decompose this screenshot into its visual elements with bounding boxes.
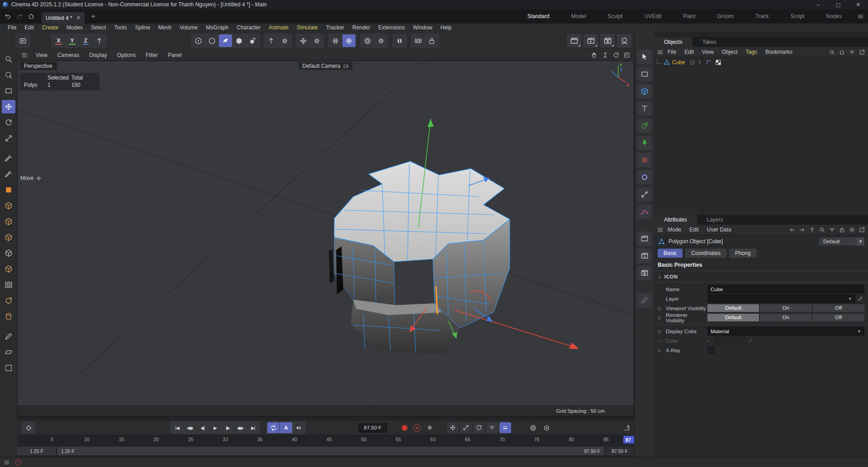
objects-menu-tags[interactable]: Tags: [742, 49, 761, 55]
viewport-menu-icon[interactable]: [21, 52, 31, 59]
move-tool[interactable]: [2, 100, 15, 113]
cube-outline-tool[interactable]: [2, 246, 15, 260]
rectangle-selection-tool[interactable]: [2, 84, 15, 98]
xray-checkbox[interactable]: [707, 347, 714, 354]
viewport-dolly-icon[interactable]: [602, 52, 609, 59]
export-icon[interactable]: [859, 48, 865, 55]
timeline-maximize-icon[interactable]: [623, 424, 631, 432]
fwd-icon[interactable]: [799, 226, 806, 233]
console-button[interactable]: [16, 34, 29, 47]
objects-menu-edit[interactable]: Edit: [680, 49, 698, 55]
editable-state-icon[interactable]: [689, 59, 696, 66]
attributes-menu-user-data[interactable]: User Data: [703, 226, 735, 233]
menu-volume[interactable]: Volume: [175, 24, 202, 32]
home-icon[interactable]: [839, 48, 845, 55]
redo-icon[interactable]: [14, 11, 25, 22]
viewport-menu-view[interactable]: View: [31, 52, 52, 58]
play-sound-button[interactable]: [293, 422, 305, 433]
menu-create[interactable]: Create: [38, 24, 62, 32]
viewport-visibility-off-button[interactable]: Off: [813, 304, 864, 312]
layer-picker-icon[interactable]: [856, 296, 864, 302]
layout-tab-sculpt[interactable]: Sculpt: [597, 9, 633, 24]
object-tree-row-cube[interactable]: Cube: [654, 57, 868, 67]
record-pla-button[interactable]: [499, 422, 511, 433]
renderer-visibility-default-button[interactable]: Default: [707, 314, 759, 321]
viewport-canvas[interactable]: Perspective Default Camera SelectedTotal…: [17, 61, 634, 406]
viewport-menu-panel[interactable]: Panel: [163, 52, 187, 58]
export-icon[interactable]: [859, 226, 865, 233]
object-name-label[interactable]: Cube: [672, 59, 685, 66]
camera-toggle-icon[interactable]: [343, 63, 349, 69]
renderer-visibility-on-button[interactable]: On: [760, 314, 811, 321]
range-scrollbar[interactable]: 1.25 F 87.50 F: [57, 447, 604, 455]
up-icon[interactable]: [809, 226, 816, 233]
menu-character[interactable]: Character: [232, 24, 265, 32]
points-mode-button[interactable]: [192, 34, 205, 47]
cycle-playback-button[interactable]: [267, 422, 280, 433]
cube-primitive-tool-2[interactable]: [2, 215, 15, 228]
layout-tab-nodes[interactable]: Nodes: [815, 9, 853, 24]
uvw-tag-icon[interactable]: [715, 59, 722, 66]
render-active-view-button[interactable]: [583, 34, 598, 47]
viewport-menu-options[interactable]: Options: [112, 52, 141, 58]
name-input[interactable]: [707, 285, 864, 293]
tab-layers[interactable]: Layers: [697, 215, 733, 225]
objects-menu-file[interactable]: File: [664, 49, 680, 55]
keyframe-selection-button[interactable]: [541, 422, 552, 433]
rectangle-object[interactable]: [637, 67, 652, 81]
menu-extensions[interactable]: Extensions: [374, 24, 409, 32]
layer-field[interactable]: ▼: [707, 294, 855, 303]
color-picker-icon[interactable]: [746, 338, 754, 344]
new-tab-button[interactable]: [90, 13, 96, 20]
snapping-button[interactable]: [342, 34, 356, 47]
dashed-box-tool[interactable]: [2, 361, 15, 375]
edge-mode-button[interactable]: [205, 34, 218, 47]
viewport-hand-icon[interactable]: [591, 52, 598, 59]
lock-x-axis-button[interactable]: X: [52, 34, 65, 47]
menu-window[interactable]: Window: [409, 24, 436, 32]
record-keyframe-button[interactable]: [399, 422, 410, 433]
keyframe-marker-button[interactable]: [22, 422, 35, 434]
goto-end-button[interactable]: ▶|: [247, 422, 259, 433]
render-settings-button[interactable]: [600, 34, 615, 47]
menu-mograph[interactable]: MoGraph: [202, 24, 232, 32]
color-expander-icon[interactable]: ›: [707, 338, 714, 344]
layout-tab-uvedit[interactable]: UVEdit: [634, 9, 672, 24]
layout-tab-script[interactable]: Script: [780, 9, 816, 24]
attributes-menu-icon[interactable]: [657, 226, 664, 233]
pen-modeling-tool[interactable]: [2, 167, 15, 181]
cube-pin-tool[interactable]: [2, 294, 15, 307]
lock-icon[interactable]: [839, 226, 845, 233]
visibility-dots-icon[interactable]: [697, 59, 703, 66]
scene-object[interactable]: [329, 161, 510, 354]
camera-film-button[interactable]: [637, 249, 652, 263]
rotate-tool[interactable]: [2, 116, 15, 129]
viewport-menu-filter[interactable]: Filter: [141, 52, 163, 58]
menu-modes[interactable]: Modes: [62, 24, 87, 32]
quantize-button[interactable]: [361, 34, 374, 47]
attributes-menu-edit[interactable]: Edit: [685, 226, 703, 233]
status-menu-icon[interactable]: [4, 459, 10, 466]
attributes-menu-mode[interactable]: Mode: [664, 226, 685, 233]
menu-render[interactable]: Render: [348, 24, 374, 32]
range-start-field[interactable]: 1.25 F: [17, 447, 56, 455]
quantize-options-button[interactable]: [375, 34, 388, 47]
viewport-menu-cameras[interactable]: Cameras: [52, 52, 85, 58]
previous-frame-button[interactable]: ◀|: [196, 422, 209, 433]
axis-object-button[interactable]: [637, 187, 652, 202]
menu-simulate[interactable]: Simulate: [293, 24, 322, 32]
chip-basic[interactable]: Basic: [658, 249, 683, 258]
record-position-button[interactable]: [447, 422, 459, 433]
workplane-button[interactable]: [329, 34, 342, 47]
display-color-select[interactable]: Material▼: [707, 327, 864, 335]
scale-tool[interactable]: [2, 132, 15, 145]
filter-icon[interactable]: [829, 226, 835, 233]
chip-phong[interactable]: Phong: [729, 249, 757, 258]
make-editable-button[interactable]: [265, 34, 278, 47]
gear-object-button[interactable]: [637, 153, 652, 167]
color-swatch[interactable]: [715, 337, 745, 344]
undo-icon[interactable]: [2, 11, 14, 22]
timeline-ruler[interactable]: 51015202530354045505560657075808587: [17, 435, 634, 444]
find-tool[interactable]: [2, 52, 15, 66]
tab-objects[interactable]: Objects: [654, 37, 693, 47]
